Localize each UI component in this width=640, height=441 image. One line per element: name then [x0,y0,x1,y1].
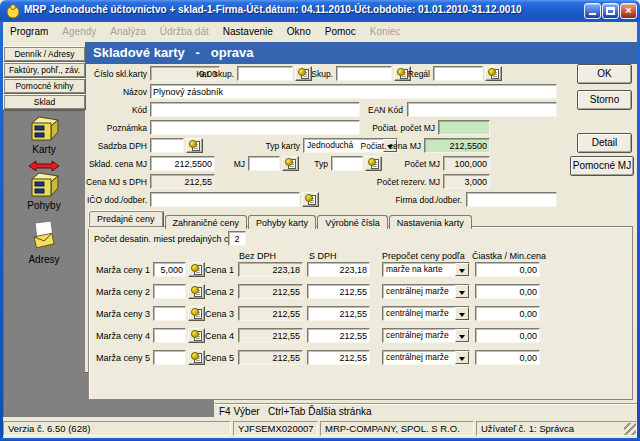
tab-nastavenia-karty[interactable]: Nastavenia karty [389,215,472,229]
cena2-bez-dph[interactable] [238,284,303,299]
skup-label: Skup. [308,68,333,80]
poznamka-field[interactable] [150,120,360,135]
firma-field[interactable] [466,192,557,207]
marza1-field[interactable] [153,262,186,277]
prepocet1-value: marže na karte [386,264,443,274]
resize-grip[interactable] [624,423,636,435]
menu-pomoc[interactable]: Pomoc [318,22,363,40]
ciastka5-field[interactable] [475,350,540,365]
maximize-button[interactable] [602,3,619,19]
storno-button[interactable]: Storno [577,90,632,110]
detail-button[interactable]: Detail [577,133,632,153]
cena4-bez-dph[interactable] [238,328,303,343]
ciastka3-field[interactable] [475,306,540,321]
close-button[interactable]: × [620,3,637,19]
ico-field[interactable] [150,192,300,207]
sidebar-item-karty[interactable]: Karty [3,114,85,155]
typ-lookup-button[interactable] [365,156,382,171]
mj-lookup-button[interactable] [282,156,299,171]
sidebar-item-label: Pohyby [3,200,85,211]
cena2-label: Cena 2 [205,286,233,298]
prepocet3-dropdown[interactable]: centrálnej marže [382,306,470,321]
sidebar-tab-faktury[interactable]: Faktúry, pohľ., záv. [3,62,86,78]
tab-predajne-ceny[interactable]: Predajné ceny [88,210,164,227]
cena2-s-dph[interactable] [307,284,370,299]
sidebar-item-pohyby[interactable]: Pohyby [3,160,85,211]
menu-nastavenie[interactable]: Nastavenie [216,22,280,40]
ok-button[interactable]: OK [577,64,632,84]
marza2-label: Marža ceny 2 [94,286,150,298]
cena4-s-dph[interactable] [307,328,370,343]
prepocet2-dropdown[interactable]: centrálnej marže [382,284,470,299]
regal-lookup-button[interactable] [485,66,502,81]
tab-zahranicne-ceny[interactable]: Zahraničné ceny [165,215,248,229]
sidebar-tab-dennik-adresy[interactable]: Denník / Adresy [3,46,86,62]
cena-s-dph-field[interactable] [150,174,215,189]
prepocet4-dropdown[interactable]: centrálnej marže [382,328,470,343]
cena5-s-dph[interactable] [307,350,370,365]
skup-field[interactable] [336,66,392,81]
sidebar-item-adresy[interactable]: Adresy [3,220,85,265]
cena1-bez-dph[interactable] [238,262,303,277]
marza5-field[interactable] [153,350,186,365]
chevron-down-icon[interactable] [455,307,469,320]
menu-okno[interactable]: Okno [280,22,318,40]
sidebar-tab-sklad[interactable]: Sklad [3,94,86,110]
marza3-field[interactable] [153,306,186,321]
cena3-bez-dph[interactable] [238,306,303,321]
kod-field[interactable] [150,102,360,117]
menu-agendy: Agendy [55,22,103,40]
pomocne-mj-button[interactable]: Pomocné MJ [570,156,634,176]
page-title: Skladové karty - oprava [85,42,637,64]
sadzba-dph-field[interactable] [150,138,184,153]
status-company: MRP-COMPANY, SPOL. S R.O. [320,421,474,436]
marza4-field[interactable] [153,328,186,343]
chevron-down-icon[interactable] [455,351,469,364]
cena3-s-dph[interactable] [307,306,370,321]
tab-vyrobne-cisla[interactable]: Výrobné čísla [317,215,388,229]
marza1-lookup-button[interactable] [188,262,205,277]
pociat-pocet-field[interactable] [438,120,490,135]
cena5-bez-dph[interactable] [238,350,303,365]
prepocet3-value: centrálnej marže [386,308,449,318]
menu-program[interactable]: Program [3,22,55,40]
pociat-cena-field[interactable] [424,138,490,153]
sidebar-tab-pomocne-knihy[interactable]: Pomocné knihy [3,78,86,94]
mj-field[interactable] [248,156,280,171]
marza5-lookup-button[interactable] [188,350,205,365]
ean-field[interactable] [407,102,557,117]
marza2-field[interactable] [153,284,186,299]
marza3-lookup-button[interactable] [188,306,205,321]
chevron-down-icon[interactable] [455,285,469,298]
ciastka1-field[interactable] [475,262,540,277]
prepocet5-dropdown[interactable]: centrálnej marže [382,350,470,365]
decimals-field[interactable] [228,231,246,246]
chevron-down-icon[interactable] [455,329,469,342]
kat-skup-field[interactable] [237,66,293,81]
minimize-button[interactable] [584,3,601,19]
typ-field[interactable] [331,156,363,171]
pocet-mj-label: Počet MJ [400,158,440,170]
ico-lookup-button[interactable] [302,192,319,207]
marza2-lookup-button[interactable] [188,284,205,299]
marza4-lookup-button[interactable] [188,328,205,343]
pocet-rezerv-field[interactable] [443,174,490,189]
col-s-dph: S DPH [309,250,337,262]
ciastka2-field[interactable] [475,284,540,299]
chevron-down-icon[interactable] [455,263,469,276]
sadzba-dph-lookup-button[interactable] [186,138,203,153]
cena1-s-dph[interactable] [307,262,370,277]
nazov-field[interactable] [150,84,557,99]
prepocet1-dropdown[interactable]: marže na karte [382,262,470,277]
kod-label: Kód [86,104,147,116]
cena-s-dph-label: Cena MJ s DPH [86,176,147,188]
tab-pohyby-karty[interactable]: Pohyby karty [248,215,316,229]
titlebar[interactable]: MRP Jednoduché účtovníctvo + sklad-1-Fir… [0,0,640,22]
sklad-cena-field[interactable] [150,156,215,171]
pociat-pocet-label: Počiat. počet MJ [370,122,435,134]
pocet-mj-field[interactable] [443,156,490,171]
nazov-label: Názov [86,86,147,98]
regal-field[interactable] [433,66,483,81]
ciastka4-field[interactable] [475,328,540,343]
pocet-rezerv-label: Počet rezerv. MJ [372,176,440,188]
